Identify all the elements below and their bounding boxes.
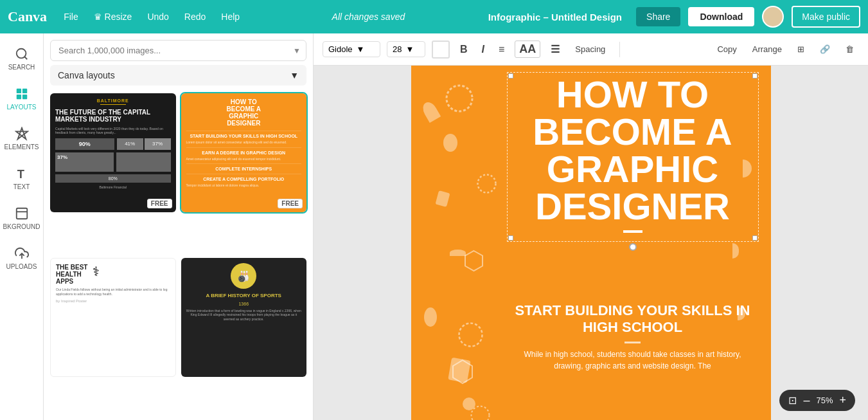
template-card-graphic-designer[interactable]: HOW TOBECOME AGRAPHICDESIGNER START BUIL… [181, 93, 307, 212]
resize-handle-tl[interactable] [508, 73, 513, 78]
canvas-sub-title[interactable]: START BUILDING YOUR SKILLS IN HIGH SCHOO… [511, 302, 755, 336]
panels: ▼ Canva layouts ▼ BALTIMORE THE FUTURE O… [44, 33, 314, 420]
nav-redo[interactable]: Redo [181, 9, 209, 24]
arrange-button[interactable]: Arrange [747, 42, 787, 57]
resize-handle-tr[interactable] [752, 73, 757, 78]
svg-marker-14 [465, 251, 483, 271]
canvas-body-text: While in high school, students should ta… [511, 349, 755, 372]
template-card-health-apps[interactable]: THE BESTHEALTHAPPS ⚕ Our Linda Fields fo… [50, 258, 176, 377]
canvas-area: Gidole ▼ 28 ▼ B I ≡ AA ☰ Spacing Copy Ar… [314, 33, 868, 420]
font-chevron-icon: ▼ [357, 44, 365, 54]
svg-rect-3 [22, 88, 26, 93]
svg-point-12 [459, 323, 482, 346]
sidebar-item-layouts[interactable]: LAYOUTS [3, 80, 41, 117]
canvas-main-title[interactable]: HOW TO BECOME A GRAPHIC DESIGNER [511, 76, 755, 225]
text-size-button[interactable]: AA [515, 41, 540, 58]
make-public-button[interactable]: Make public [792, 6, 860, 28]
layouts-dropdown[interactable]: Canva layouts ▼ [50, 65, 306, 86]
template-card-baltimore[interactable]: BALTIMORE THE FUTURE OF THE CAPITAL MARK… [50, 93, 176, 212]
design-title: Infographic – Untitled Design [488, 12, 622, 23]
crown-icon: ♛ [94, 12, 102, 22]
rotation-handle[interactable] [629, 243, 637, 251]
chevron-down-icon: ▼ [293, 46, 301, 55]
resize-handle-br[interactable] [752, 235, 757, 241]
title-underline [623, 230, 642, 233]
svg-point-11 [477, 174, 495, 192]
share-button[interactable]: Share [636, 7, 680, 26]
canvas-title-container[interactable]: HOW TO BECOME A GRAPHIC DESIGNER [511, 76, 755, 238]
free-badge: FREE [147, 199, 172, 208]
list-button[interactable]: ☰ [547, 41, 563, 58]
svg-point-13 [471, 406, 489, 420]
canva-logo: Canva [8, 8, 47, 25]
bold-button[interactable]: B [456, 41, 472, 58]
search-input-wrap[interactable]: ▼ [50, 40, 306, 61]
svg-rect-2 [16, 88, 21, 93]
grid-button[interactable]: ⊞ [792, 42, 810, 57]
zoom-bar: ⊡ – 75% + [779, 390, 855, 411]
zoom-level: 75% [816, 396, 833, 405]
sidebar-item-elements[interactable]: ELEMENTS [3, 120, 41, 157]
align-button[interactable]: ≡ [495, 41, 508, 58]
nav-resize[interactable]: ♛ Resize [90, 9, 136, 24]
svg-marker-15 [453, 360, 472, 383]
svg-text:T: T [17, 167, 24, 181]
nav-undo[interactable]: Undo [143, 9, 172, 24]
size-chevron-icon: ▼ [405, 44, 414, 54]
zoom-out-button[interactable]: – [803, 394, 810, 407]
spacing-button[interactable]: Spacing [570, 42, 610, 57]
svg-marker-6 [15, 127, 27, 138]
main-area: SEARCH LAYOUTS ELEMENTS T TEXT BKGROUND … [0, 33, 868, 420]
copy-button[interactable]: Copy [712, 42, 741, 57]
svg-point-10 [447, 86, 472, 111]
sidebar-item-text[interactable]: T TEXT [3, 160, 41, 197]
sidebar: SEARCH LAYOUTS ELEMENTS T TEXT BKGROUND … [0, 33, 44, 420]
topbar: Canva File ♛ Resize Undo Redo Help All c… [0, 0, 868, 33]
slideshow-icon[interactable]: ⊡ [788, 394, 797, 406]
svg-rect-5 [22, 94, 26, 98]
svg-point-0 [16, 48, 26, 58]
canvas-content[interactable]: HOW TO BECOME A GRAPHIC DESIGNER START B… [314, 66, 868, 420]
chevron-down-icon: ▼ [290, 70, 299, 80]
download-button[interactable]: Download [688, 7, 754, 26]
zoom-in-button[interactable]: + [839, 394, 846, 407]
delete-button[interactable]: 🗑 [840, 42, 859, 57]
toolbar-separator [619, 42, 620, 57]
link-button[interactable]: 🔗 [815, 42, 835, 57]
toolbar: Gidole ▼ 28 ▼ B I ≡ AA ☰ Spacing Copy Ar… [314, 33, 868, 66]
nav-help[interactable]: Help [217, 9, 244, 24]
section-separator [624, 342, 641, 343]
sidebar-item-search[interactable]: SEARCH [3, 40, 41, 77]
saved-status: All changes saved [256, 12, 481, 22]
sidebar-item-bkground[interactable]: BKGROUND [3, 199, 41, 237]
sidebar-item-uploads[interactable]: UPLOADS [3, 239, 41, 277]
font-selector[interactable]: Gidole ▼ [323, 41, 380, 57]
font-size-selector[interactable]: 28 ▼ [387, 41, 425, 57]
canvas-section1[interactable]: START BUILDING YOUR SKILLS IN HIGH SCHOO… [511, 289, 755, 372]
template-grid: BALTIMORE THE FUTURE OF THE CAPITAL MARK… [44, 91, 313, 420]
nav-file[interactable]: File [60, 9, 82, 24]
resize-handle-bl[interactable] [508, 235, 513, 241]
template-card-sports[interactable]: 🎳 A BRIEF HISTORY OF SPORTS 1366 Written… [181, 258, 307, 377]
avatar[interactable] [762, 6, 784, 28]
color-picker[interactable] [432, 41, 450, 59]
free-badge-2: FREE [278, 199, 303, 208]
italic-button[interactable]: I [478, 41, 488, 58]
svg-line-1 [24, 57, 27, 59]
search-input[interactable] [56, 41, 293, 60]
search-bar: ▼ [44, 33, 313, 65]
svg-rect-4 [16, 94, 21, 98]
toolbar-right-actions: Copy Arrange ⊞ 🔗 🗑 [712, 42, 859, 57]
design-canvas[interactable]: HOW TO BECOME A GRAPHIC DESIGNER START B… [411, 66, 771, 420]
svg-rect-8 [16, 208, 27, 219]
